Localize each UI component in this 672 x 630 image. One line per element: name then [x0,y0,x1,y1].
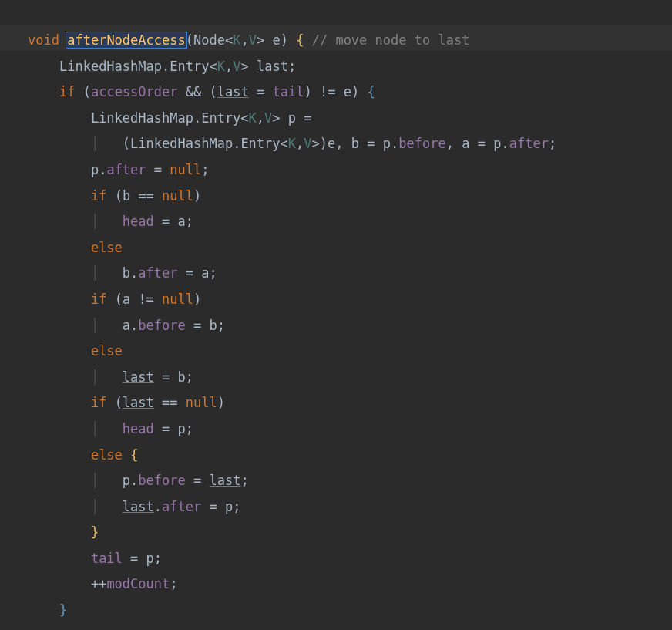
lparen: ( [83,84,91,99]
literal-null: null [170,162,201,177]
gt: > [312,136,320,151]
rparen: ) [351,84,359,99]
semi: ; [288,59,296,74]
var-a: a [462,136,469,151]
method-name-selected[interactable]: afterNodeAccess [66,32,186,48]
lbrace: { [130,447,138,463]
rparen: ) [193,188,201,204]
indent-guide: │ [91,318,123,333]
keyword-if: if [91,291,106,307]
lt: < [209,59,217,74]
type-param-v: V [233,59,240,74]
gt: > [272,110,280,126]
var-b: b [123,265,130,281]
rparen: ) [217,395,225,410]
field-before: before [138,318,185,333]
literal-null: null [186,395,217,410]
semi: ; [549,136,556,151]
var-b: b [178,369,186,385]
semi: ; [233,499,240,514]
gt: > [240,59,248,74]
comma: , [240,32,248,48]
type-param-v: V [264,110,272,126]
op-eq: == [138,188,153,204]
type-linkedhashmap-entry: LinkedHashMap.Entry [91,110,240,126]
line-comment: // move node to last [312,32,470,48]
op-assign: = [193,318,201,333]
lparen: ( [210,84,217,99]
type-node: Node [193,32,225,48]
var-b: b [210,318,217,333]
semi: ; [201,162,209,177]
indent-guide: │ [91,473,123,488]
indent-guide: │ [91,499,123,514]
comma: , [335,136,343,151]
indent-guide: │ [91,214,123,229]
code-block[interactable]: void afterNodeAccess(Node<K,V> e) { // m… [0,0,672,630]
semi: ; [186,214,193,229]
var-last: last [123,499,154,514]
var-p: p [123,473,130,488]
type-param-v: V [249,32,257,48]
op-and: && [186,84,201,99]
var-a: a [201,265,209,281]
op-assign: = [162,369,170,385]
var-e: e [344,84,351,99]
field-before: before [138,473,185,488]
type-linkedhashmap-entry: LinkedHashMap.Entry [59,59,209,74]
var-last: last [123,395,154,410]
field-modcount: modCount [106,576,170,591]
semi: ; [154,551,162,566]
var-last: last [123,369,154,385]
comma: , [257,110,264,126]
literal-null: null [162,291,193,307]
comma: , [225,59,233,74]
dot: . [99,162,106,177]
field-head: head [123,214,154,229]
var-b: b [351,136,359,151]
param-e: e [272,32,280,48]
dot: . [130,473,138,488]
dot: . [391,136,398,151]
lparen: ( [115,188,123,204]
var-a: a [123,291,130,307]
op-assign: = [162,421,170,436]
semi: ; [170,576,177,591]
var-last: last [210,473,241,488]
indent-guide: │ [91,421,123,436]
rparen: ) [193,291,201,307]
field-after: after [106,162,146,177]
op-assign: = [209,499,217,514]
op-assign: = [367,136,375,151]
dot: . [154,499,162,514]
op-eq: == [162,395,177,410]
var-p: p [91,162,99,177]
var-p: p [288,110,296,126]
op-assign: = [257,84,264,99]
op-assign: = [186,265,193,281]
semi: ; [186,369,193,385]
type-param-k: K [288,136,296,151]
dot: . [130,265,138,281]
dot: . [501,136,509,151]
lt: < [240,110,248,126]
indent-guide: │ [91,136,123,151]
op-inc: ++ [91,576,106,591]
keyword-void: void [28,32,59,48]
code-editor[interactable]: void afterNodeAccess(Node<K,V> e) { // m… [0,0,672,630]
field-head: head [123,421,154,436]
var-p: p [178,421,186,436]
field-after: after [509,136,549,151]
type-param-v: V [304,136,311,151]
var-p: p [225,499,233,514]
rparen: ) [281,32,288,48]
keyword-else: else [91,240,123,255]
op-assign: = [478,136,486,151]
lt: < [225,32,233,48]
var-b: b [123,188,130,204]
type-param-k: K [217,59,225,74]
field-tail: tail [272,84,304,99]
keyword-if: if [91,395,106,410]
comma: , [446,136,454,151]
dot: . [130,318,138,333]
